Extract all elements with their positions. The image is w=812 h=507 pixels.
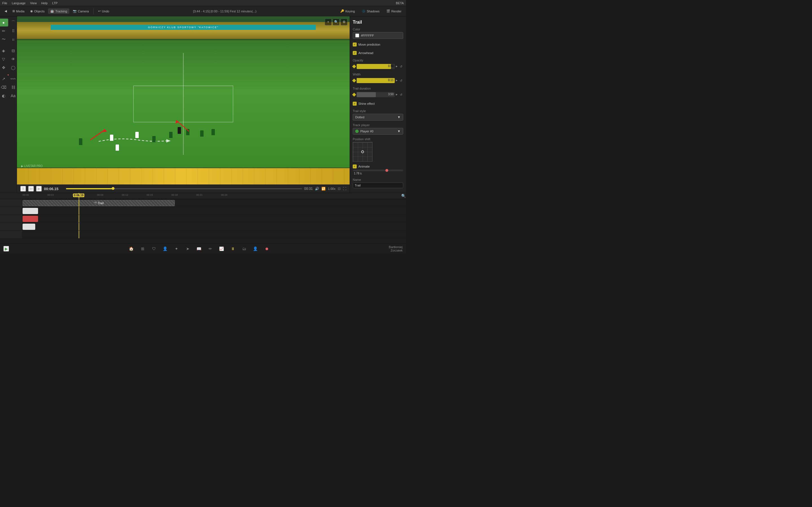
home-bottom-icon[interactable]: 🏠: [128, 245, 135, 252]
width-up-arrow[interactable]: ▶: [396, 79, 398, 82]
circle-select-tool[interactable]: ●: [0, 18, 8, 26]
shine-effect-checkbox[interactable]: ✓ Shine effect: [353, 101, 403, 107]
player-8: [211, 129, 215, 135]
avatar-bottom-icon[interactable]: 👤: [252, 245, 259, 252]
move-prediction-checkbox[interactable]: ✓ Move prediction: [353, 42, 403, 47]
play-button[interactable]: ▶: [36, 186, 42, 191]
playhead[interactable]: 0:06.19: [79, 193, 79, 199]
arrowhead-checkbox[interactable]: ✓ Arrowhead: [353, 50, 403, 56]
banner-text: GÓRNICZY KLUB SPORTOWY "KATOWICE": [148, 26, 218, 29]
eraser-tool[interactable]: ⌫: [0, 83, 8, 91]
move-tool[interactable]: ✥: [0, 64, 8, 71]
global-play-button[interactable]: ▶: [3, 246, 9, 251]
position-dot: [361, 151, 364, 153]
dotted-curve-tool[interactable]: ⠶: [9, 36, 18, 43]
shadows-button[interactable]: 🌑 Shadows: [359, 8, 382, 14]
toolbar-center-info: [3:44 - 4:15] [0:00 - 11:59] First 12 mi…: [112, 10, 337, 13]
media-button[interactable]: ⊞ Media: [10, 8, 27, 14]
trail-style-dropdown[interactable]: Dotted ▼: [353, 114, 403, 121]
zoom-settings-button[interactable]: ⚙: [341, 18, 347, 25]
grid-bottom-icon[interactable]: ⊞: [139, 245, 146, 252]
layer-tool[interactable]: ◈: [0, 47, 8, 55]
trail-duration-keyframe-icon[interactable]: [352, 93, 356, 97]
opacity-reset[interactable]: ↺: [399, 64, 403, 69]
zoom-in-button[interactable]: +: [325, 18, 332, 25]
menu-language[interactable]: Language: [12, 1, 26, 5]
pen-tool[interactable]: ✏: [0, 27, 8, 35]
person-bottom-icon[interactable]: 👤: [162, 245, 168, 252]
shield-bottom-icon[interactable]: 🛡: [151, 245, 157, 252]
trail-duration-up-arrow[interactable]: ▶: [396, 94, 398, 96]
opacity-slider[interactable]: 0.90: [357, 64, 395, 69]
opacity-keyframe-icon[interactable]: [352, 64, 356, 68]
animate-slider[interactable]: [353, 170, 403, 171]
text-tool[interactable]: Aa: [9, 92, 18, 100]
progress-bar[interactable]: [66, 188, 302, 189]
trail-duration-reset[interactable]: ↺: [399, 93, 403, 97]
width-label: Width: [353, 73, 403, 76]
fit-button[interactable]: ⊡: [338, 187, 341, 191]
menu-ltp[interactable]: LTP: [52, 1, 57, 5]
zoom-search-button[interactable]: 🔍: [333, 18, 340, 25]
animate-slider-dot: [386, 169, 388, 172]
opacity-up-arrow[interactable]: ▶: [396, 65, 398, 68]
book-bottom-icon[interactable]: 📖: [196, 245, 202, 252]
trail-clip[interactable]: 🎬 Trail: [22, 200, 175, 206]
pen-bottom-icon[interactable]: ✏: [207, 245, 214, 252]
curve-tool[interactable]: 〜: [0, 36, 8, 43]
menu-file[interactable]: File: [2, 1, 7, 5]
opacity-arrows: ▶: [396, 65, 398, 68]
undo-button[interactable]: ↩ Undo: [96, 8, 111, 14]
clip-red-3[interactable]: [22, 216, 38, 222]
prev-frame-button[interactable]: ⏮: [28, 186, 34, 191]
arrow-bottom-icon[interactable]: ➤: [185, 245, 191, 252]
tracking-icon: 🤖: [50, 9, 54, 13]
color-swatch[interactable]: #FFFFFF: [353, 32, 403, 39]
speed-label-tool[interactable]: km/h: [9, 75, 18, 83]
timeline-content-2: [22, 207, 406, 215]
back-button[interactable]: ◀: [2, 8, 9, 14]
keying-button[interactable]: 🔑 Keying: [338, 8, 357, 14]
settings-bottom-icon[interactable]: 🗂: [241, 245, 248, 252]
right-panel: Trail Color #FFFFFF ✓ Move prediction ✓ …: [350, 16, 406, 193]
clip-white-2[interactable]: [22, 208, 38, 214]
bars-bottom-icon[interactable]: ⏸: [230, 245, 236, 252]
arc-tool[interactable]: ⌒: [9, 18, 18, 26]
name-input[interactable]: [353, 182, 403, 188]
width-keyframe-icon[interactable]: [352, 78, 356, 82]
trail-duration-slider[interactable]: 3.50: [357, 92, 395, 97]
user-info: Bartłomiej Zorzatek: [389, 245, 403, 252]
ellipse-tool[interactable]: ◯: [9, 64, 18, 71]
zoom-out-ruler-button[interactable]: 🔍: [401, 194, 406, 198]
chart-bottom-icon[interactable]: 📈: [218, 245, 225, 252]
dotted-line-tool[interactable]: ⠿: [9, 27, 18, 35]
menu-help[interactable]: Help: [41, 1, 48, 5]
timeline-row-trail: 🎬 Trail: [0, 199, 406, 207]
arrow-tool[interactable]: ↗: [0, 75, 8, 83]
animate-indicator[interactable]: ✓: [353, 165, 357, 168]
fill-tool[interactable]: ◐: [0, 92, 8, 100]
trail-clip-label: 🎬 Trail: [94, 202, 103, 205]
screenshot-tool[interactable]: ⊟: [9, 47, 18, 55]
star-bottom-icon[interactable]: ✦: [173, 245, 180, 252]
track-player-dropdown[interactable]: Player #0 ▼: [353, 128, 403, 135]
link-tool[interactable]: ⛓: [9, 83, 18, 91]
media-label: Media: [16, 10, 24, 13]
eye-tool[interactable]: 👁: [9, 55, 18, 63]
track-player-value: Player #0: [360, 129, 397, 133]
pause-button[interactable]: ⏸: [20, 186, 26, 191]
position-grid[interactable]: [353, 142, 372, 162]
timeline-playhead-3: [79, 215, 79, 223]
tracking-button[interactable]: 🤖 Tracking: [48, 8, 69, 14]
fullscreen-button[interactable]: ⛶: [343, 187, 346, 191]
menu-view[interactable]: View: [30, 1, 37, 5]
camera-button[interactable]: 📷 Camera: [70, 8, 91, 14]
watermark: ▶ LIVETAR PRO: [21, 165, 43, 168]
width-reset[interactable]: ↺: [399, 78, 403, 83]
cone-tool[interactable]: ▽: [0, 55, 8, 63]
clip-white-4[interactable]: [22, 224, 35, 230]
objects-button[interactable]: ◉ Objects: [28, 8, 47, 14]
width-slider[interactable]: 0.11: [357, 78, 395, 83]
record-bottom-icon[interactable]: ⏺: [263, 245, 270, 252]
render-button[interactable]: 🎬 Render: [384, 8, 404, 14]
